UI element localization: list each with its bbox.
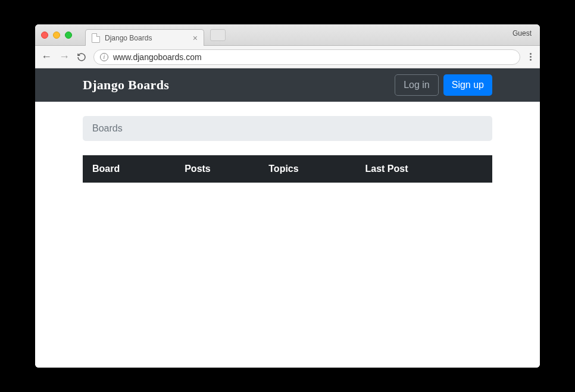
nav-actions: Log in Sign up	[395, 74, 492, 96]
url-bar[interactable]: i www.djangoboards.com	[93, 49, 520, 65]
url-text: www.djangoboards.com	[113, 52, 202, 62]
browser-menu-button[interactable]	[527, 53, 534, 61]
th-posts: Posts	[185, 164, 268, 174]
tabs-strip: Django Boards ×	[85, 24, 226, 45]
browser-tab[interactable]: Django Boards ×	[85, 29, 204, 46]
th-last-post: Last Post	[365, 164, 483, 174]
traffic-lights	[41, 32, 72, 39]
signup-button[interactable]: Sign up	[443, 74, 492, 96]
brand-logo[interactable]: Django Boards	[83, 77, 169, 93]
page-icon	[92, 33, 100, 43]
new-tab-button[interactable]	[210, 29, 226, 41]
login-button[interactable]: Log in	[395, 74, 439, 96]
page-body: Boards Board Posts Topics Last Post	[83, 102, 492, 183]
page-content: Django Boards Log in Sign up Boards Boar…	[35, 68, 540, 368]
breadcrumb-item: Boards	[92, 123, 123, 133]
site-navbar: Django Boards Log in Sign up	[35, 68, 540, 102]
th-topics: Topics	[268, 164, 365, 174]
maximize-window-button[interactable]	[65, 32, 72, 39]
close-window-button[interactable]	[41, 32, 48, 39]
browser-window: Django Boards × Guest ← → i www.djangobo…	[35, 24, 540, 368]
titlebar: Django Boards × Guest	[35, 24, 540, 46]
close-tab-icon[interactable]: ×	[193, 34, 198, 42]
back-button[interactable]: ←	[41, 51, 52, 63]
breadcrumb: Boards	[83, 116, 492, 141]
site-info-icon[interactable]: i	[100, 53, 108, 61]
reload-button[interactable]	[77, 52, 86, 62]
guest-label: Guest	[512, 29, 532, 37]
th-board: Board	[92, 164, 185, 174]
boards-table-header: Board Posts Topics Last Post	[83, 155, 492, 183]
browser-toolbar: ← → i www.djangoboards.com	[35, 46, 540, 68]
minimize-window-button[interactable]	[53, 32, 60, 39]
forward-button[interactable]: →	[59, 51, 70, 63]
tab-title: Django Boards	[105, 34, 152, 42]
